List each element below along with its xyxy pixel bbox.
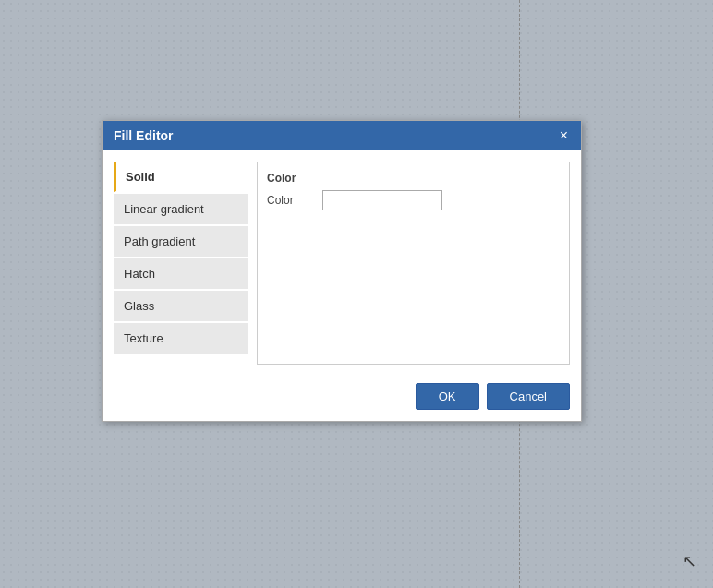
dialog-title: Fill Editor xyxy=(114,128,174,143)
fill-editor-dialog: Fill Editor × SolidLinear gradientPath g… xyxy=(102,120,582,422)
fill-type-item-hatch[interactable]: Hatch xyxy=(114,258,248,289)
color-label: Color xyxy=(267,194,313,207)
dialog-titlebar: Fill Editor × xyxy=(103,121,581,150)
cancel-button[interactable]: Cancel xyxy=(487,383,570,410)
fill-properties-panel: Color Color xyxy=(257,162,570,365)
properties-section-label: Color xyxy=(267,172,560,185)
color-property-row: Color xyxy=(267,190,560,210)
dialog-footer: OK Cancel xyxy=(103,376,581,421)
fill-type-item-path-gradient[interactable]: Path gradient xyxy=(114,226,248,257)
fill-type-list: SolidLinear gradientPath gradientHatchGl… xyxy=(114,162,248,365)
fill-type-item-solid[interactable]: Solid xyxy=(114,162,248,192)
dialog-close-button[interactable]: × xyxy=(558,128,570,143)
fill-type-item-texture[interactable]: Texture xyxy=(114,323,248,354)
fill-type-item-linear-gradient[interactable]: Linear gradient xyxy=(114,194,248,224)
ok-button[interactable]: OK xyxy=(416,383,479,410)
color-input[interactable] xyxy=(322,190,442,210)
fill-type-item-glass[interactable]: Glass xyxy=(114,291,248,321)
dialog-body: SolidLinear gradientPath gradientHatchGl… xyxy=(103,150,581,376)
